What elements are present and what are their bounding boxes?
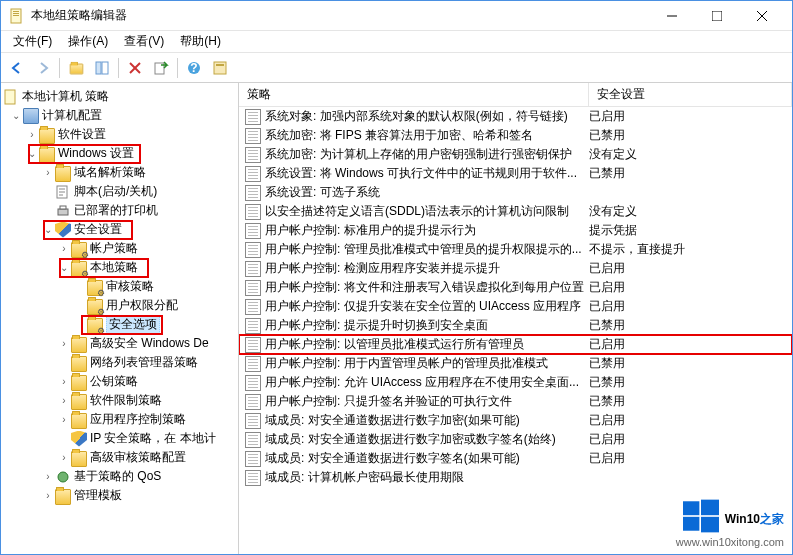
menu-file[interactable]: 文件(F) (5, 31, 60, 52)
titlebar: 本地组策略编辑器 (1, 1, 792, 31)
delete-button[interactable] (123, 56, 147, 80)
tree-app-control[interactable]: ›应用程序控制策略 (1, 410, 238, 429)
content-panes: 本地计算机 策略 ⌄计算机配置 ›软件设置 ⌄Windows 设置 ›域名解析策… (1, 83, 792, 554)
policy-icon (245, 356, 261, 372)
tree-printers[interactable]: 已部署的打印机 (1, 201, 238, 220)
back-button[interactable] (5, 56, 29, 80)
policy-row[interactable]: 用户帐户控制: 将文件和注册表写入错误虚拟化到每用户位置已启用 (239, 278, 792, 297)
menu-action[interactable]: 操作(A) (60, 31, 116, 52)
policy-row[interactable]: 域成员: 对安全通道数据进行数字加密或数字签名(始终)已启用 (239, 430, 792, 449)
policy-row[interactable]: 用户帐户控制: 允许 UIAccess 应用程序在不使用安全桌面...已禁用 (239, 373, 792, 392)
tree-name-resolve[interactable]: ›域名解析策略 (1, 163, 238, 182)
policy-row[interactable]: 用户帐户控制: 仅提升安装在安全位置的 UIAccess 应用程序已启用 (239, 297, 792, 316)
policy-list[interactable]: 策略 安全设置 系统对象: 加强内部系统对象的默认权限(例如，符号链接)已启用系… (239, 83, 792, 554)
policy-setting: 已启用 (589, 412, 792, 429)
svg-rect-15 (214, 62, 226, 74)
expand-icon[interactable]: › (57, 338, 71, 349)
svg-rect-19 (58, 209, 68, 215)
svg-rect-5 (712, 11, 722, 21)
policy-icon (245, 185, 261, 201)
policy-row[interactable]: 以安全描述符定义语言(SDDL)语法表示的计算机访问限制没有定义 (239, 202, 792, 221)
policy-setting: 没有定义 (589, 203, 792, 220)
tree-account-policies[interactable]: ›帐户策略 (1, 239, 238, 258)
policy-row[interactable]: 域成员: 计算机帐户密码最长使用期限 (239, 468, 792, 487)
policy-setting: 没有定义 (589, 146, 792, 163)
policy-row[interactable]: 域成员: 对安全通道数据进行数字签名(如果可能)已启用 (239, 449, 792, 468)
forward-button[interactable] (31, 56, 55, 80)
tree-advanced-defender[interactable]: ›高级安全 Windows De (1, 334, 238, 353)
tree-scripts[interactable]: 脚本(启动/关机) (1, 182, 238, 201)
policy-icon (245, 337, 261, 353)
collapse-icon[interactable]: ⌄ (25, 148, 39, 159)
policy-row[interactable]: 用户帐户控制: 只提升签名并验证的可执行文件已禁用 (239, 392, 792, 411)
list-header: 策略 安全设置 (239, 83, 792, 107)
policy-setting: 不提示，直接提升 (589, 241, 792, 258)
policy-row[interactable]: 系统设置: 可选子系统 (239, 183, 792, 202)
policy-icon (245, 223, 261, 239)
maximize-button[interactable] (694, 1, 739, 31)
svg-rect-3 (13, 15, 19, 16)
menubar: 文件(F) 操作(A) 查看(V) 帮助(H) (1, 31, 792, 53)
up-button[interactable] (64, 56, 88, 80)
expand-icon[interactable]: › (41, 471, 55, 482)
policy-icon (245, 166, 261, 182)
expand-icon[interactable]: › (25, 129, 39, 140)
policy-row[interactable]: 系统设置: 将 Windows 可执行文件中的证书规则用于软件...已禁用 (239, 164, 792, 183)
tree-root[interactable]: 本地计算机 策略 (1, 87, 238, 106)
tree-pane[interactable]: 本地计算机 策略 ⌄计算机配置 ›软件设置 ⌄Windows 设置 ›域名解析策… (1, 83, 239, 554)
properties-button[interactable] (208, 56, 232, 80)
column-policy[interactable]: 策略 (239, 83, 589, 106)
policy-row[interactable]: 系统加密: 为计算机上存储的用户密钥强制进行强密钥保护没有定义 (239, 145, 792, 164)
policy-row[interactable]: 用户帐户控制: 管理员批准模式中管理员的提升权限提示的...不提示，直接提升 (239, 240, 792, 259)
expand-icon[interactable]: › (41, 167, 55, 178)
collapse-icon[interactable]: ⌄ (57, 262, 71, 273)
toolbar-separator (59, 58, 60, 78)
policy-name: 用户帐户控制: 标准用户的提升提示行为 (265, 222, 476, 239)
tree-audit-policy[interactable]: 审核策略 (1, 277, 238, 296)
expand-icon[interactable]: › (57, 414, 71, 425)
tree-security-options[interactable]: 安全选项 (1, 315, 238, 334)
export-button[interactable] (149, 56, 173, 80)
tree-ip-security[interactable]: IP 安全策略，在 本地计 (1, 429, 238, 448)
collapse-icon[interactable]: ⌄ (41, 224, 55, 235)
tree-software-restrict[interactable]: ›软件限制策略 (1, 391, 238, 410)
policy-row[interactable]: 系统加密: 将 FIPS 兼容算法用于加密、哈希和签名已禁用 (239, 126, 792, 145)
policy-icon (245, 299, 261, 315)
tree-user-rights[interactable]: 用户权限分配 (1, 296, 238, 315)
tree-advanced-audit[interactable]: ›高级审核策略配置 (1, 448, 238, 467)
menu-view[interactable]: 查看(V) (116, 31, 172, 52)
policy-setting: 已启用 (589, 298, 792, 315)
menu-help[interactable]: 帮助(H) (172, 31, 229, 52)
tree-network-list[interactable]: 网络列表管理器策略 (1, 353, 238, 372)
expand-icon[interactable]: › (57, 395, 71, 406)
column-setting[interactable]: 安全设置 (589, 83, 792, 106)
policy-row[interactable]: 域成员: 对安全通道数据进行数字加密(如果可能)已启用 (239, 411, 792, 430)
policy-setting: 已禁用 (589, 165, 792, 182)
policy-row[interactable]: 用户帐户控制: 提示提升时切换到安全桌面已禁用 (239, 316, 792, 335)
policy-row[interactable]: 系统对象: 加强内部系统对象的默认权限(例如，符号链接)已启用 (239, 107, 792, 126)
tree-qos[interactable]: ›基于策略的 QoS (1, 467, 238, 486)
tree-local-policies[interactable]: ⌄本地策略 (1, 258, 238, 277)
svg-text:?: ? (190, 61, 197, 75)
policy-row[interactable]: 用户帐户控制: 以管理员批准模式运行所有管理员已启用 (239, 335, 792, 354)
tree-admin-templates[interactable]: ›管理模板 (1, 486, 238, 505)
minimize-button[interactable] (649, 1, 694, 31)
show-hide-tree-button[interactable] (90, 56, 114, 80)
tree-computer-config[interactable]: ⌄计算机配置 (1, 106, 238, 125)
close-button[interactable] (739, 1, 784, 31)
expand-icon[interactable]: › (57, 376, 71, 387)
policy-name: 域成员: 对安全通道数据进行数字签名(如果可能) (265, 450, 520, 467)
tree-public-key[interactable]: ›公钥策略 (1, 372, 238, 391)
expand-icon[interactable]: › (57, 243, 71, 254)
tree-windows-settings[interactable]: ⌄Windows 设置 (1, 144, 238, 163)
expand-icon[interactable]: › (41, 490, 55, 501)
expand-icon[interactable]: › (57, 452, 71, 463)
svg-rect-1 (13, 11, 19, 12)
help-button[interactable]: ? (182, 56, 206, 80)
policy-row[interactable]: 用户帐户控制: 用于内置管理员帐户的管理员批准模式已禁用 (239, 354, 792, 373)
tree-security-settings[interactable]: ⌄安全设置 (1, 220, 238, 239)
collapse-icon[interactable]: ⌄ (9, 110, 23, 121)
policy-row[interactable]: 用户帐户控制: 检测应用程序安装并提示提升已启用 (239, 259, 792, 278)
tree-software-settings[interactable]: ›软件设置 (1, 125, 238, 144)
policy-row[interactable]: 用户帐户控制: 标准用户的提升提示行为提示凭据 (239, 221, 792, 240)
